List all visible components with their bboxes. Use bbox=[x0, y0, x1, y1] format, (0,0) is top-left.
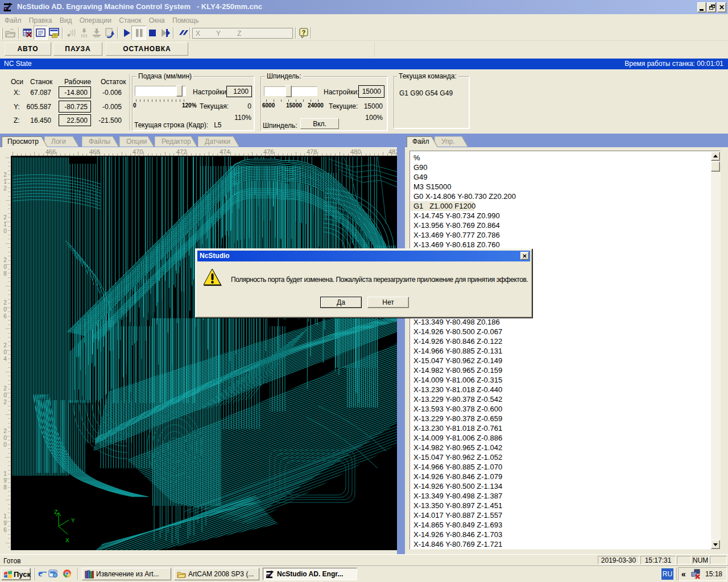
svg-text:Y: Y bbox=[71, 517, 75, 524]
svg-text:X: X bbox=[65, 537, 69, 544]
svg-text:Z: Z bbox=[54, 509, 58, 516]
svg-text:?: ? bbox=[302, 29, 306, 36]
